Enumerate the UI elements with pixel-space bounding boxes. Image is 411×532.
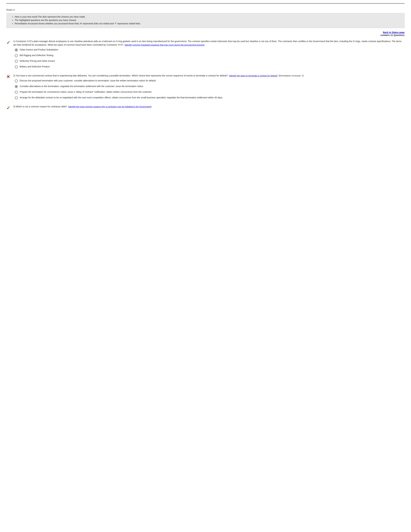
question-text: 1) Contractor XYZ’s plant manager direct… xyxy=(13,40,405,47)
svg-point-7 xyxy=(16,86,17,87)
answer-option-text: Defective Pricing and False Invoice xyxy=(20,59,55,63)
answer-option-text: Bid Rigging and Defective Testing xyxy=(20,54,53,57)
info-list: Here is your test result.The dots repres… xyxy=(11,16,401,25)
info-item: The highlighted questions are the questi… xyxy=(15,19,401,21)
radio-unselected-icon[interactable] xyxy=(15,96,18,100)
svg-point-3 xyxy=(15,60,18,63)
remediation-text: [Remediation Accessed :Y] xyxy=(279,75,304,77)
answer-option-text: Bribery and Defective Product xyxy=(20,65,50,68)
question-block: ✓1) Contractor XYZ’s plant manager direc… xyxy=(6,40,405,71)
radio-unselected-icon[interactable] xyxy=(15,79,18,83)
answer-option-text: False Invoice and Product Substitution xyxy=(20,48,58,51)
answer-option: Bid Rigging and Defective Testing xyxy=(15,54,405,57)
correct-icon: ✓ xyxy=(6,105,12,111)
back-to-status-link[interactable]: Back to Status page xyxy=(383,31,405,34)
incorrect-icon: ✕ xyxy=(6,74,12,79)
info-item: Remediation Accessed shows whether you a… xyxy=(15,22,401,25)
svg-point-5 xyxy=(15,80,18,82)
radio-unselected-icon[interactable] xyxy=(15,91,18,94)
radio-unselected-icon[interactable] xyxy=(15,54,18,57)
link-ref[interactable]: [Identify the most common reasons why a … xyxy=(68,105,151,108)
questions-container: ✓1) Contractor XYZ’s plant manager direc… xyxy=(6,40,405,111)
question-content: 2) You have a non-commercial contract th… xyxy=(13,74,405,102)
contains-text: contains 11 Questions xyxy=(381,34,405,37)
radio-selected-icon[interactable] xyxy=(15,48,18,52)
top-divider xyxy=(6,3,405,4)
answer-options: Discuss the proposed termination with yo… xyxy=(15,79,405,100)
svg-point-9 xyxy=(15,96,18,99)
link-ref[interactable]: [Identify common fraudulent practices th… xyxy=(125,44,205,46)
question-text: 3) Which is not a common reason for cont… xyxy=(13,105,405,108)
info-item: Here is your test result.The dots repres… xyxy=(15,16,401,18)
radio-unselected-icon[interactable] xyxy=(15,66,18,69)
answer-option-text: Discuss the proposed termination with yo… xyxy=(20,79,156,82)
link-ref[interactable]: [Identify the steps to terminate a contr… xyxy=(229,75,277,77)
answer-option-text: Consider alternatives to the termination… xyxy=(20,85,144,88)
radio-selected-icon[interactable] xyxy=(15,85,18,88)
question-content: 1) Contractor XYZ’s plant manager direct… xyxy=(13,40,405,71)
answer-option-text: Arrange for the defaulted contract to be… xyxy=(20,96,223,99)
header-right: Back to Status page contains 11 Question… xyxy=(6,31,405,37)
answer-options: False Invoice and Product Substitution B… xyxy=(15,48,405,69)
answer-option: Discuss the proposed termination with yo… xyxy=(15,79,405,83)
svg-point-1 xyxy=(16,49,17,51)
question-text: 2) You have a non-commercial contract th… xyxy=(13,74,405,77)
answer-option: Defective Pricing and False Invoice xyxy=(15,59,405,63)
answer-option: Consider alternatives to the termination… xyxy=(15,85,405,88)
correct-icon: ✓ xyxy=(6,40,12,45)
svg-point-2 xyxy=(15,54,18,57)
question-block: ✕2) You have a non-commercial contract t… xyxy=(6,74,405,102)
answer-option: Bribery and Defective Product xyxy=(15,65,405,69)
info-box: Here is your test result.The dots repres… xyxy=(6,13,405,28)
question-content: 3) Which is not a common reason for cont… xyxy=(13,105,405,110)
answer-option: Prepare the termination for convenience … xyxy=(15,90,405,94)
svg-point-8 xyxy=(15,91,18,94)
answer-option: Arrange for the defaulted contract to be… xyxy=(15,96,405,100)
exam-title: Exam 3 xyxy=(6,8,405,11)
question-block: ✓3) Which is not a common reason for con… xyxy=(6,105,405,111)
radio-unselected-icon[interactable] xyxy=(15,60,18,63)
answer-option-text: Prepare the termination for convenience … xyxy=(20,90,152,94)
svg-point-4 xyxy=(15,66,18,68)
answer-option: False Invoice and Product Substitution xyxy=(15,48,405,52)
